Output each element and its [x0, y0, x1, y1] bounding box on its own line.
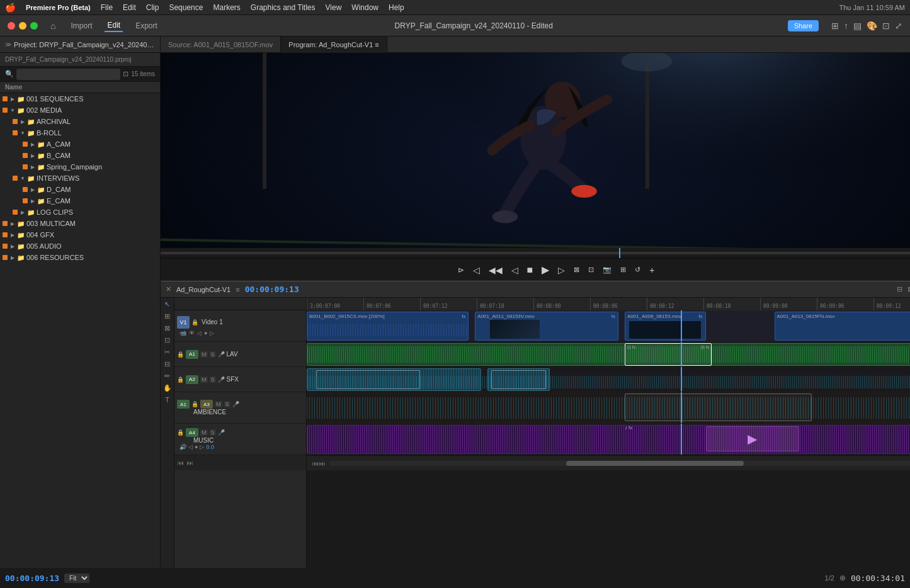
razor-tool-icon[interactable]: ✂	[164, 348, 170, 356]
v1-nav-right-icon[interactable]: ▷	[210, 330, 214, 336]
snap-icon[interactable]: ⊟	[897, 285, 902, 293]
a4-nav-right[interactable]: ▷	[200, 444, 204, 450]
export-icon[interactable]: ↑	[844, 21, 848, 31]
stop-icon[interactable]: ■	[525, 263, 536, 277]
fullscreen-icon[interactable]: ⤢	[895, 21, 902, 31]
video-clip-2[interactable]: A001_A011_08153V.mov fx	[475, 312, 618, 341]
list-item[interactable]: ▶ 📁 001 SEQUENCES	[0, 93, 160, 105]
sync-lock-icon[interactable]: 🔒	[191, 319, 198, 325]
video-clip-1[interactable]: B001_B002_0815CS.mov [200%] fx	[307, 312, 469, 341]
menu-markers[interactable]: Markers	[213, 3, 240, 12]
a3-s-button[interactable]: S	[224, 401, 230, 407]
menu-window[interactable]: Window	[351, 3, 378, 12]
home-icon[interactable]: ⌂	[50, 21, 55, 31]
close-button[interactable]	[8, 22, 15, 30]
list-item[interactable]: ▶ 📁 E_CAM	[0, 195, 160, 206]
a1-track-content[interactable]: ⊡ fx ⊟ fx	[307, 342, 910, 367]
step-back-frame-icon[interactable]: ◁	[509, 264, 521, 276]
v1-track-content[interactable]: B001_B002_0815CS.mov [200%] fx A001_A011…	[307, 310, 910, 342]
add-controls-icon[interactable]: +	[647, 264, 657, 276]
apple-menu[interactable]: 🍎	[5, 3, 16, 13]
list-item[interactable]: ▶ 📁 Spring_Campaign	[0, 161, 160, 172]
menu-sequence[interactable]: Sequence	[169, 3, 203, 12]
list-item[interactable]: ▼ 📁 002 MEDIA	[0, 105, 160, 116]
step-back-icon[interactable]: ◁	[470, 264, 482, 276]
video-clip-3[interactable]: A001_A006_08153.mov fx	[625, 312, 706, 341]
a3-selected[interactable]	[625, 393, 812, 421]
mark-in-icon[interactable]: ⊳	[455, 264, 467, 276]
menu-file[interactable]: File	[101, 3, 113, 12]
a1-selected-clip[interactable]: ⊡ fx ⊟ fx	[625, 343, 712, 366]
list-item[interactable]: ▶ 📁 003 MULTICAM	[0, 218, 160, 229]
nav-edit[interactable]: Edit	[105, 20, 123, 32]
a1-lock-icon[interactable]: 🔒	[177, 351, 184, 358]
source-tab[interactable]: Source: A001_A015_0815OF.mov	[161, 37, 281, 53]
shuttle-left-icon[interactable]: ⊠	[571, 264, 582, 275]
program-tab[interactable]: Program: Ad_RoughCut-V1 ≡	[281, 37, 387, 53]
a2-m-button[interactable]: M	[200, 376, 208, 383]
list-item[interactable]: ▶ 📁 005 AUDIO	[0, 240, 160, 252]
v1-nav-dot-icon[interactable]: ●	[204, 330, 207, 336]
list-item[interactable]: ▶ 📁 B_CAM	[0, 150, 160, 161]
timeline-go-start-icon[interactable]: ⏮	[312, 460, 319, 467]
timeline-end-icon[interactable]: ⏭	[186, 459, 193, 466]
multicam-icon[interactable]: ⊞	[618, 264, 628, 275]
a4-track-content[interactable]: ▶ ♪ fx ♪ fx	[307, 424, 910, 455]
step-forward-icon[interactable]: ▷	[555, 264, 567, 276]
a1-s-button[interactable]: S	[210, 351, 216, 358]
a1-m-button[interactable]: M	[200, 351, 208, 358]
nav-import[interactable]: Import	[68, 20, 94, 31]
menu-help[interactable]: Help	[389, 3, 404, 12]
a1-main-clip[interactable]	[307, 343, 910, 366]
a4-nav-left[interactable]: ◁	[188, 444, 193, 450]
menu-edit[interactable]: Edit	[123, 3, 136, 12]
menu-graphics-titles[interactable]: Graphics and Titles	[251, 3, 316, 12]
timeline-close-icon[interactable]: ✕	[166, 285, 171, 293]
v1-nav-left-icon[interactable]: ◁	[197, 330, 202, 336]
panel-expand-icon[interactable]: ≫	[5, 41, 11, 48]
timeline-go-end-icon[interactable]: ⏭	[319, 460, 326, 467]
type-tool-icon[interactable]: T	[165, 396, 169, 404]
list-item[interactable]: ▼ 📁 INTERVIEWS	[0, 172, 160, 184]
timeline-horizontal-scrollbar[interactable]	[329, 461, 910, 466]
track-select-tool-icon[interactable]: ⊞	[164, 312, 170, 320]
hand-tool-icon[interactable]: ✋	[163, 384, 172, 392]
a2-s-button[interactable]: S	[210, 376, 216, 383]
panel-layout-icon[interactable]: ⊞	[831, 21, 839, 31]
a2-track-content[interactable]: ⊡ fx	[307, 367, 910, 392]
color-icon[interactable]: 🎨	[867, 21, 877, 31]
a4-lock-icon[interactable]: 🔒	[177, 429, 184, 436]
share-button[interactable]: Share	[788, 20, 819, 31]
menu-clip[interactable]: Clip	[146, 3, 159, 12]
a3-lock-icon[interactable]: 🔒	[191, 401, 198, 407]
a4-clip[interactable]	[307, 425, 910, 454]
v1-eye-icon[interactable]: 👁	[189, 330, 195, 336]
list-item[interactable]: ▶ 📁 006 RESOURCES	[0, 252, 160, 263]
menu-view[interactable]: View	[326, 3, 342, 12]
search-input[interactable]	[16, 69, 120, 80]
shuttle-right-icon[interactable]: ⊡	[586, 264, 596, 275]
panels-icon[interactable]: ▤	[853, 21, 862, 31]
play-back-icon[interactable]: ◀◀	[486, 264, 505, 276]
a4-music-marker[interactable]: ▶	[706, 426, 800, 451]
preview-playhead-track[interactable]	[161, 248, 910, 258]
list-item[interactable]: ▶ 📁 ARCHIVAL	[0, 116, 160, 127]
list-item[interactable]: ▶ 📁 004 GFX	[0, 229, 160, 240]
maximize-button[interactable]	[30, 22, 38, 30]
list-item[interactable]: ▶ 📁 A_CAM	[0, 139, 160, 150]
a3-track-content[interactable]	[307, 392, 910, 424]
camera-icon[interactable]: 📷	[600, 264, 614, 275]
list-item[interactable]: ▶ 📁 LOG CLIPS	[0, 206, 160, 218]
minimize-button[interactable]	[19, 22, 26, 30]
caption-icon[interactable]: ⊡	[882, 21, 890, 31]
a4-s-button[interactable]: S	[210, 429, 216, 436]
timecode-current[interactable]: 00:00:09:13	[5, 574, 59, 583]
nav-export[interactable]: Export	[133, 20, 160, 31]
loop-icon[interactable]: ↺	[632, 264, 643, 275]
timeline-playback-icon[interactable]: ⏮	[177, 459, 184, 466]
a3-m-button[interactable]: M	[215, 401, 222, 407]
video-clip-4[interactable]: A001_A013_0815FN.mov fx	[775, 312, 911, 341]
timeline-timecode[interactable]: 00:00:09:13	[245, 285, 299, 294]
search-settings-icon[interactable]: ⊡	[123, 70, 128, 78]
a4-m-button[interactable]: M	[200, 429, 208, 436]
